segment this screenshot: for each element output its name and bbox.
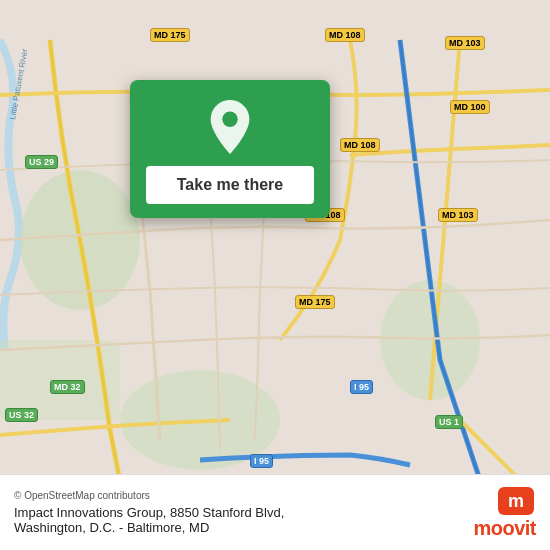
take-me-there-button[interactable]: Take me there: [146, 166, 314, 204]
map-pin-icon: [205, 98, 255, 156]
bottom-bar-info: © OpenStreetMap contributors Impact Inno…: [14, 490, 284, 535]
road-badge-md100: MD 100: [450, 100, 490, 114]
road-badge-md103-lower: MD 103: [438, 208, 478, 222]
road-badge-md175-top: MD 175: [150, 28, 190, 42]
road-badge-us1: US 1: [435, 415, 463, 429]
attribution-text: © OpenStreetMap contributors: [14, 490, 284, 501]
moovit-logo-text: moovit: [473, 517, 536, 540]
svg-point-6: [222, 112, 237, 127]
map-container: Little Patuxent River MD 175 MD 108 MD 1…: [0, 0, 550, 550]
road-badge-md103-top: MD 103: [445, 36, 485, 50]
road-badge-md108-top: MD 108: [325, 28, 365, 42]
location-address-line2: Washington, D.C. - Baltimore, MD: [14, 520, 284, 535]
road-badge-md108-mid: MD 108: [340, 138, 380, 152]
bottom-bar: © OpenStreetMap contributors Impact Inno…: [0, 474, 550, 550]
road-badge-us29: US 29: [25, 155, 58, 169]
moovit-logo: m moovit: [473, 485, 536, 540]
road-badge-md32: MD 32: [50, 380, 85, 394]
svg-text:m: m: [508, 491, 524, 511]
road-badge-md175-lower: MD 175: [295, 295, 335, 309]
location-address-line1: Impact Innovations Group, 8850 Stanford …: [14, 505, 284, 520]
location-card: Take me there: [130, 80, 330, 218]
road-badge-i95-bottom: I 95: [250, 454, 273, 468]
road-badge-us32: US 32: [5, 408, 38, 422]
moovit-logo-icon: m: [496, 485, 536, 517]
road-badge-i95-lower: I 95: [350, 380, 373, 394]
